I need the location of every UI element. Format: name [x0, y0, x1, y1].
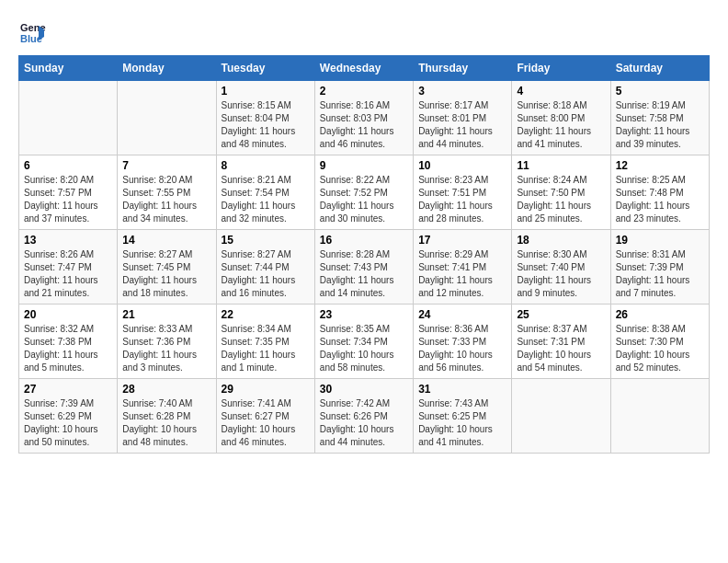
calendar-day [512, 379, 610, 454]
day-info: Sunrise: 8:17 AM Sunset: 8:01 PM Dayligh… [418, 99, 506, 151]
day-number: 31 [418, 383, 506, 396]
calendar-day: 24Sunrise: 8:36 AM Sunset: 7:33 PM Dayli… [414, 304, 512, 379]
day-info: Sunrise: 8:34 AM Sunset: 7:35 PM Dayligh… [222, 323, 310, 374]
day-info: Sunrise: 8:37 AM Sunset: 7:31 PM Dayligh… [517, 323, 605, 374]
day-info: Sunrise: 8:27 AM Sunset: 7:45 PM Dayligh… [122, 248, 210, 300]
day-info: Sunrise: 8:20 AM Sunset: 7:57 PM Dayligh… [24, 174, 112, 225]
calendar-day: 1Sunrise: 8:15 AM Sunset: 8:04 PM Daylig… [216, 81, 314, 155]
day-info: Sunrise: 8:28 AM Sunset: 7:43 PM Dayligh… [320, 248, 408, 300]
day-number: 23 [320, 308, 408, 321]
calendar-body: 1Sunrise: 8:15 AM Sunset: 8:04 PM Daylig… [19, 81, 710, 454]
day-info: Sunrise: 7:42 AM Sunset: 6:26 PM Dayligh… [320, 397, 408, 449]
day-number: 29 [222, 383, 310, 396]
calendar-day: 16Sunrise: 8:28 AM Sunset: 7:43 PM Dayli… [314, 230, 413, 304]
day-number: 11 [517, 159, 605, 172]
weekday-header-monday: Monday [118, 56, 216, 81]
weekday-header-wednesday: Wednesday [314, 56, 413, 81]
calendar-day: 21Sunrise: 8:33 AM Sunset: 7:36 PM Dayli… [118, 304, 216, 379]
calendar-day [19, 81, 118, 155]
day-info: Sunrise: 8:27 AM Sunset: 7:44 PM Dayligh… [222, 248, 310, 300]
logo: General Blue [18, 18, 50, 46]
weekday-header-thursday: Thursday [414, 56, 512, 81]
weekday-header-sunday: Sunday [19, 56, 118, 81]
day-info: Sunrise: 8:16 AM Sunset: 8:03 PM Dayligh… [320, 99, 408, 151]
calendar-day: 12Sunrise: 8:25 AM Sunset: 7:48 PM Dayli… [610, 155, 709, 230]
day-info: Sunrise: 8:15 AM Sunset: 8:04 PM Dayligh… [222, 99, 310, 151]
calendar-week-4: 20Sunrise: 8:32 AM Sunset: 7:38 PM Dayli… [19, 304, 710, 379]
calendar-day [118, 81, 216, 155]
calendar-day: 6Sunrise: 8:20 AM Sunset: 7:57 PM Daylig… [19, 155, 118, 230]
calendar-table: SundayMondayTuesdayWednesdayThursdayFrid… [18, 55, 710, 454]
calendar-day: 7Sunrise: 8:20 AM Sunset: 7:55 PM Daylig… [118, 155, 216, 230]
calendar-day: 28Sunrise: 7:40 AM Sunset: 6:28 PM Dayli… [118, 379, 216, 454]
calendar-day: 5Sunrise: 8:19 AM Sunset: 7:58 PM Daylig… [610, 81, 709, 155]
calendar-day: 29Sunrise: 7:41 AM Sunset: 6:27 PM Dayli… [216, 379, 314, 454]
day-info: Sunrise: 8:20 AM Sunset: 7:55 PM Dayligh… [122, 174, 210, 225]
day-number: 25 [517, 308, 605, 321]
calendar-day: 22Sunrise: 8:34 AM Sunset: 7:35 PM Dayli… [216, 304, 314, 379]
day-number: 7 [122, 159, 210, 172]
day-info: Sunrise: 8:26 AM Sunset: 7:47 PM Dayligh… [24, 248, 112, 300]
calendar-day: 2Sunrise: 8:16 AM Sunset: 8:03 PM Daylig… [314, 81, 413, 155]
calendar-day: 31Sunrise: 7:43 AM Sunset: 6:25 PM Dayli… [414, 379, 512, 454]
day-number: 6 [24, 159, 112, 172]
calendar-day: 10Sunrise: 8:23 AM Sunset: 7:51 PM Dayli… [414, 155, 512, 230]
calendar-day: 15Sunrise: 8:27 AM Sunset: 7:44 PM Dayli… [216, 230, 314, 304]
calendar-day: 13Sunrise: 8:26 AM Sunset: 7:47 PM Dayli… [19, 230, 118, 304]
calendar-day: 18Sunrise: 8:30 AM Sunset: 7:40 PM Dayli… [512, 230, 610, 304]
calendar-day: 9Sunrise: 8:22 AM Sunset: 7:52 PM Daylig… [314, 155, 413, 230]
day-number: 21 [122, 308, 210, 321]
day-number: 4 [517, 85, 605, 98]
day-info: Sunrise: 8:36 AM Sunset: 7:33 PM Dayligh… [418, 323, 506, 374]
day-number: 15 [222, 234, 310, 247]
weekday-header-row: SundayMondayTuesdayWednesdayThursdayFrid… [19, 56, 710, 81]
calendar-day: 8Sunrise: 8:21 AM Sunset: 7:54 PM Daylig… [216, 155, 314, 230]
day-number: 20 [24, 308, 112, 321]
calendar-day: 3Sunrise: 8:17 AM Sunset: 8:01 PM Daylig… [414, 81, 512, 155]
calendar-day: 25Sunrise: 8:37 AM Sunset: 7:31 PM Dayli… [512, 304, 610, 379]
day-number: 5 [616, 85, 704, 98]
day-number: 17 [418, 234, 506, 247]
day-info: Sunrise: 8:38 AM Sunset: 7:30 PM Dayligh… [616, 323, 704, 374]
day-info: Sunrise: 8:18 AM Sunset: 8:00 PM Dayligh… [517, 99, 605, 151]
day-info: Sunrise: 8:22 AM Sunset: 7:52 PM Dayligh… [320, 174, 408, 225]
day-info: Sunrise: 7:41 AM Sunset: 6:27 PM Dayligh… [222, 397, 310, 449]
day-number: 16 [320, 234, 408, 247]
day-number: 18 [517, 234, 605, 247]
day-number: 10 [418, 159, 506, 172]
day-info: Sunrise: 8:30 AM Sunset: 7:40 PM Dayligh… [517, 248, 605, 300]
weekday-header-saturday: Saturday [610, 56, 709, 81]
logo-icon: General Blue [18, 18, 46, 46]
calendar-week-1: 1Sunrise: 8:15 AM Sunset: 8:04 PM Daylig… [19, 81, 710, 155]
day-info: Sunrise: 8:25 AM Sunset: 7:48 PM Dayligh… [616, 174, 704, 225]
calendar-day: 11Sunrise: 8:24 AM Sunset: 7:50 PM Dayli… [512, 155, 610, 230]
day-info: Sunrise: 8:35 AM Sunset: 7:34 PM Dayligh… [320, 323, 408, 374]
day-info: Sunrise: 7:39 AM Sunset: 6:29 PM Dayligh… [24, 397, 112, 449]
calendar-day: 19Sunrise: 8:31 AM Sunset: 7:39 PM Dayli… [610, 230, 709, 304]
day-info: Sunrise: 8:31 AM Sunset: 7:39 PM Dayligh… [616, 248, 704, 300]
day-number: 12 [616, 159, 704, 172]
day-number: 22 [222, 308, 310, 321]
day-number: 14 [122, 234, 210, 247]
day-info: Sunrise: 7:40 AM Sunset: 6:28 PM Dayligh… [122, 397, 210, 449]
weekday-header-tuesday: Tuesday [216, 56, 314, 81]
weekday-header-friday: Friday [512, 56, 610, 81]
calendar-day: 4Sunrise: 8:18 AM Sunset: 8:00 PM Daylig… [512, 81, 610, 155]
day-info: Sunrise: 8:19 AM Sunset: 7:58 PM Dayligh… [616, 99, 704, 151]
calendar-week-3: 13Sunrise: 8:26 AM Sunset: 7:47 PM Dayli… [19, 230, 710, 304]
day-number: 2 [320, 85, 408, 98]
day-number: 1 [222, 85, 310, 98]
calendar-day [610, 379, 709, 454]
calendar-day: 26Sunrise: 8:38 AM Sunset: 7:30 PM Dayli… [610, 304, 709, 379]
calendar-day: 14Sunrise: 8:27 AM Sunset: 7:45 PM Dayli… [118, 230, 216, 304]
calendar-header: SundayMondayTuesdayWednesdayThursdayFrid… [19, 56, 710, 81]
day-number: 8 [222, 159, 310, 172]
day-number: 30 [320, 383, 408, 396]
day-number: 19 [616, 234, 704, 247]
day-number: 13 [24, 234, 112, 247]
page-header: General Blue [18, 18, 710, 46]
day-info: Sunrise: 8:24 AM Sunset: 7:50 PM Dayligh… [517, 174, 605, 225]
calendar-day: 17Sunrise: 8:29 AM Sunset: 7:41 PM Dayli… [414, 230, 512, 304]
day-info: Sunrise: 8:29 AM Sunset: 7:41 PM Dayligh… [418, 248, 506, 300]
day-number: 9 [320, 159, 408, 172]
